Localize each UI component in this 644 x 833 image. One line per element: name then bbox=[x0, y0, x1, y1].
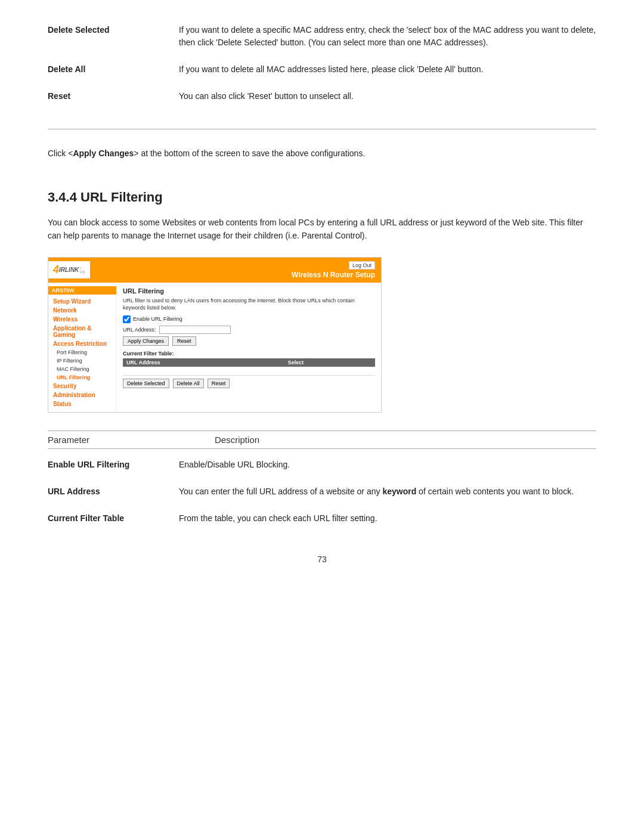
url-address-label: URL Address: bbox=[123, 327, 156, 333]
nav-administration[interactable]: Administration bbox=[48, 391, 116, 400]
table-buttons: Delete Selected Delete All Reset bbox=[123, 379, 375, 388]
empty-select-cell bbox=[284, 367, 375, 376]
nav-access-restriction[interactable]: Access Restriction bbox=[48, 339, 116, 348]
table-title: Current Filter Table: bbox=[123, 351, 375, 357]
form-buttons: Apply Changes Reset bbox=[123, 336, 375, 346]
enable-url-param-desc: Enable/Disable URL Blocking. bbox=[179, 459, 596, 471]
empty-table-row bbox=[123, 367, 375, 376]
apply-note: Click <Apply Changes> at the bottom of t… bbox=[48, 147, 596, 160]
nav-setup-wizard[interactable]: Setup Wizard bbox=[48, 297, 116, 306]
url-address-param-label: URL Address bbox=[48, 485, 179, 496]
current-filter-param-desc: From the table, you can check each URL f… bbox=[179, 512, 596, 525]
table-reset-button[interactable]: Reset bbox=[208, 379, 230, 388]
current-filter-param-label: Current Filter Table bbox=[48, 512, 179, 523]
url-address-input[interactable] bbox=[159, 326, 231, 334]
reset-label: Reset bbox=[48, 90, 179, 101]
router-content: URL Filtering URL filter is used to deny… bbox=[117, 283, 381, 412]
section-heading: 3.4.4 URL Filtering bbox=[48, 190, 596, 205]
router-body: ARS75W Setup Wizard Network Wireless App… bbox=[48, 283, 381, 412]
router-nav: ARS75W Setup Wizard Network Wireless App… bbox=[48, 283, 117, 412]
nav-network[interactable]: Network bbox=[48, 306, 116, 315]
nav-port-filtering[interactable]: Port Filtering bbox=[48, 348, 116, 357]
enable-url-label: Enable URL Filtering bbox=[133, 316, 182, 322]
nav-url-filtering[interactable]: URL Filtering bbox=[48, 373, 116, 382]
content-title: URL Filtering bbox=[123, 287, 375, 295]
nav-wireless[interactable]: Wireless bbox=[48, 315, 116, 324]
delete-selected-label: Delete Selected bbox=[48, 24, 179, 35]
reset-row: Reset You can also click 'Reset' button … bbox=[48, 90, 596, 103]
empty-url-cell bbox=[123, 367, 284, 376]
router-logo: 4 IRLINK ® 101 bbox=[48, 261, 90, 278]
router-header-right: Log Out Wireless N Router Setup bbox=[292, 261, 375, 279]
apply-changes-button[interactable]: Apply Changes bbox=[123, 336, 169, 346]
logout-button[interactable]: Log Out bbox=[349, 261, 375, 270]
param-table-header: Parameter Description bbox=[48, 431, 596, 449]
reset-button[interactable]: Reset bbox=[172, 336, 196, 346]
enable-url-param-row: Enable URL Filtering Enable/Disable URL … bbox=[48, 459, 596, 471]
url-address-param-desc: You can enter the full URL address of a … bbox=[179, 485, 596, 498]
select-col-header: Select bbox=[284, 358, 375, 367]
url-address-col-header: URL Address bbox=[123, 358, 284, 367]
keyword-bold: keyword bbox=[382, 487, 416, 496]
delete-selected-row: Delete Selected If you want to delete a … bbox=[48, 24, 596, 49]
reset-desc: You can also click 'Reset' button to uns… bbox=[179, 90, 596, 103]
delete-all-button[interactable]: Delete All bbox=[173, 379, 204, 388]
page-number: 73 bbox=[48, 555, 596, 564]
delete-selected-desc: If you want to delete a specific MAC add… bbox=[179, 24, 596, 49]
airlink-logo: 4 IRLINK ® 101 bbox=[53, 264, 85, 276]
current-filter-table: URL Address Select bbox=[123, 358, 375, 376]
url-address-param-row: URL Address You can enter the full URL a… bbox=[48, 485, 596, 498]
enable-url-row: Enable URL Filtering bbox=[123, 315, 375, 323]
param-table-section: Parameter Description Enable URL Filteri… bbox=[48, 431, 596, 525]
section-desc: You can block access to some Websites or… bbox=[48, 216, 596, 243]
nav-status[interactable]: Status bbox=[48, 400, 116, 408]
device-label: ARS75W bbox=[48, 286, 116, 295]
router-ui-mockup: 4 IRLINK ® 101 Log Out Wireless N Router… bbox=[48, 257, 382, 413]
delete-all-label: Delete All bbox=[48, 63, 179, 74]
router-header: 4 IRLINK ® 101 Log Out Wireless N Router… bbox=[48, 258, 381, 283]
current-filter-param-row: Current Filter Table From the table, you… bbox=[48, 512, 596, 525]
delete-selected-button[interactable]: Delete Selected bbox=[123, 379, 169, 388]
col-desc-header: Description bbox=[215, 435, 596, 445]
nav-ip-filtering[interactable]: IP Filtering bbox=[48, 357, 116, 365]
apply-changes-bold: Apply Changes bbox=[73, 148, 134, 158]
url-address-row: URL Address: bbox=[123, 326, 375, 334]
delete-all-desc: If you want to delete all MAC addresses … bbox=[179, 63, 596, 76]
header-title: Wireless N Router Setup bbox=[292, 271, 375, 279]
top-section: Delete Selected If you want to delete a … bbox=[48, 24, 596, 129]
nav-application-gaming[interactable]: Application & Gaming bbox=[48, 324, 116, 339]
enable-url-param-label: Enable URL Filtering bbox=[48, 459, 179, 469]
nav-mac-filtering[interactable]: MAC Filtering bbox=[48, 365, 116, 373]
nav-security[interactable]: Security bbox=[48, 382, 116, 391]
delete-all-row: Delete All If you want to delete all MAC… bbox=[48, 63, 596, 76]
content-desc: URL filter is used to deny LAN users fro… bbox=[123, 297, 375, 312]
enable-url-checkbox[interactable] bbox=[123, 315, 131, 323]
col-param-header: Parameter bbox=[48, 435, 215, 445]
